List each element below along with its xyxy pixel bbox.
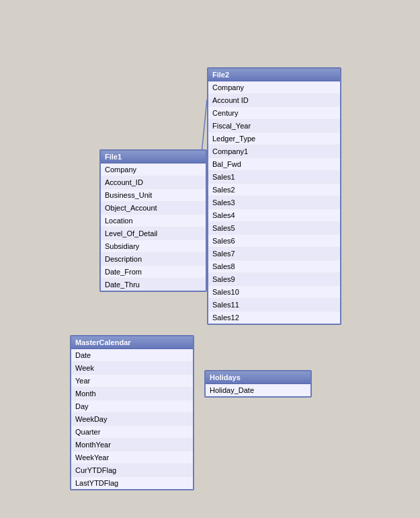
mastercalendar-title: MasterCalendar [75, 338, 131, 346]
table-row[interactable]: Date [71, 349, 193, 362]
table-row[interactable]: Sales1 [208, 171, 340, 184]
table-row[interactable]: Sales9 [208, 273, 340, 286]
holidays-title: Holidays [210, 373, 241, 381]
table-row[interactable]: Month [71, 387, 193, 400]
table-row[interactable]: WeekYear [71, 451, 193, 464]
table-row[interactable]: Sales11 [208, 299, 340, 311]
table-row[interactable]: Location [101, 215, 206, 227]
table-row[interactable]: Year [71, 375, 193, 387]
file1-body: Company Account_ID Business_Unit Object_… [101, 163, 206, 291]
file2-title: File2 [212, 71, 229, 79]
table-row[interactable]: Sales5 [208, 222, 340, 235]
mastercalendar-table: MasterCalendar Date Week Year Month Day … [70, 335, 194, 490]
file1-header: File1 [101, 151, 206, 163]
table-row[interactable]: Sales12 [208, 311, 340, 324]
holidays-header: Holidays [206, 371, 310, 384]
file1-table: File1 Company Account_ID Business_Unit O… [99, 149, 207, 292]
table-row[interactable]: Day [71, 400, 193, 413]
table-row[interactable]: Sales8 [208, 260, 340, 273]
table-row[interactable]: Holiday_Date [206, 384, 310, 396]
mastercalendar-body: Date Week Year Month Day WeekDay Quarter… [71, 349, 193, 489]
table-row[interactable]: Sales7 [208, 248, 340, 260]
mastercalendar-header: MasterCalendar [71, 336, 193, 349]
table-row[interactable]: Account ID [208, 94, 340, 107]
file2-header: File2 [208, 69, 340, 81]
table-row[interactable]: Sales4 [208, 209, 340, 222]
table-row[interactable]: Description [101, 253, 206, 266]
table-row[interactable]: Sales6 [208, 235, 340, 248]
holidays-body: Holiday_Date [206, 384, 310, 396]
table-row[interactable]: Quarter [71, 426, 193, 439]
table-row[interactable]: Sales3 [208, 196, 340, 209]
file2-table: File2 Company Account ID Century Fiscal_… [207, 67, 341, 325]
table-row[interactable]: Bal_Fwd [208, 158, 340, 171]
table-row[interactable]: Level_Of_Detail [101, 227, 206, 240]
table-row[interactable]: Subsidiary [101, 240, 206, 253]
table-row[interactable]: Century [208, 107, 340, 120]
table-row[interactable]: Company1 [208, 145, 340, 158]
table-row[interactable]: Sales10 [208, 286, 340, 299]
table-row[interactable]: Date_Thru [101, 279, 206, 291]
table-row[interactable]: Company [208, 81, 340, 94]
table-row[interactable]: Fiscal_Year [208, 120, 340, 133]
table-row[interactable]: Ledger_Type [208, 133, 340, 145]
table-row[interactable]: Week [71, 362, 193, 375]
table-row[interactable]: CurYTDFlag [71, 464, 193, 477]
table-row[interactable]: LastYTDFlag [71, 477, 193, 489]
table-row[interactable]: Sales2 [208, 184, 340, 196]
table-row[interactable]: MonthYear [71, 439, 193, 451]
table-row[interactable]: Account_ID [101, 176, 206, 189]
file1-title: File1 [105, 153, 122, 161]
file2-body[interactable]: Company Account ID Century Fiscal_Year L… [208, 81, 340, 324]
table-row[interactable]: Object_Account [101, 202, 206, 215]
table-row[interactable]: WeekDay [71, 413, 193, 426]
table-row[interactable]: Date_From [101, 266, 206, 279]
table-row[interactable]: Business_Unit [101, 189, 206, 202]
table-row[interactable]: Company [101, 163, 206, 176]
holidays-table: Holidays Holiday_Date [204, 370, 312, 398]
